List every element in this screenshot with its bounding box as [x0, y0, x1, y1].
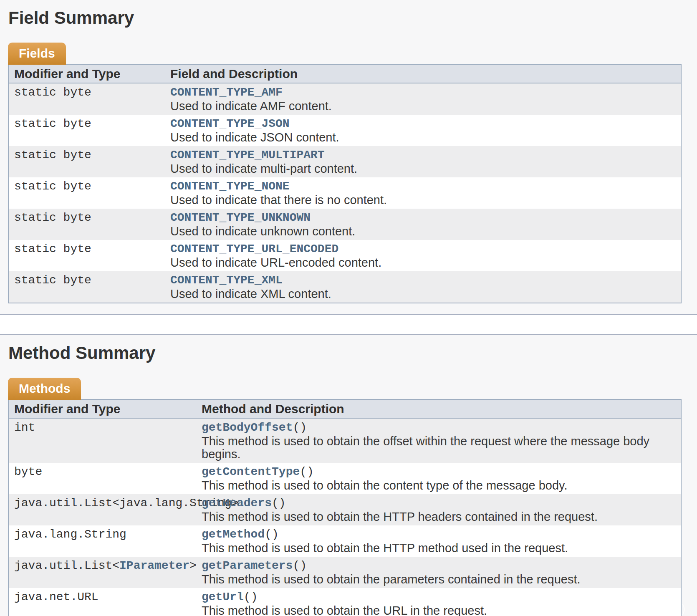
fields-tab: Fields [8, 43, 66, 65]
field-link-CONTENT_TYPE_URL_ENCODED[interactable]: CONTENT_TYPE_URL_ENCODED [170, 242, 338, 255]
modifier-and-type-cell: static byte [8, 177, 165, 209]
table-row: static byteCONTENT_TYPE_URL_ENCODEDUsed … [8, 240, 681, 271]
field-summary-title: Field Summary [8, 8, 682, 28]
table-row: java.util.List<java.lang.String>getHeade… [8, 494, 681, 525]
field-description: Used to indicate that there is no conten… [170, 194, 675, 207]
column-header-modifier-and-type: Modifier and Type [8, 64, 165, 83]
method-and-description-cell: getMethod()This method is used to obtain… [196, 525, 681, 557]
table-row: static byteCONTENT_TYPE_UNKNOWNUsed to i… [8, 209, 681, 240]
method-link-getUrl[interactable]: getUrl [202, 591, 244, 603]
method-signature: getUrl() [202, 591, 675, 603]
modifier-type-code: static byte [14, 180, 91, 193]
iparameter-type-link[interactable]: IParameter [119, 559, 189, 572]
method-link-getContentType[interactable]: getContentType [202, 465, 300, 478]
method-and-description-cell: getParameters()This method is used to ob… [196, 557, 681, 588]
method-description: This method is used to obtain the parame… [202, 573, 675, 586]
methods-tab-label: Methods [19, 381, 70, 395]
method-description: This method is used to obtain the HTTP h… [202, 510, 675, 523]
method-signature: getContentType() [202, 465, 675, 478]
modifier-and-type-cell: static byte [8, 240, 165, 271]
method-and-description-cell: getHeaders()This method is used to obtai… [196, 494, 681, 525]
section-divider [0, 314, 697, 335]
modifier-and-type-cell: java.util.List<IParameter> [8, 557, 196, 588]
field-and-description-cell: CONTENT_TYPE_XMLUsed to indicate XML con… [165, 271, 681, 303]
method-and-description-cell: getContentType()This method is used to o… [196, 463, 681, 494]
field-and-description-cell: CONTENT_TYPE_JSONUsed to indicate JSON c… [165, 115, 681, 146]
table-row: java.lang.StringgetMethod()This method i… [8, 525, 681, 557]
field-description: Used to indicate unknown content. [170, 225, 675, 238]
table-row: static byteCONTENT_TYPE_JSONUsed to indi… [8, 115, 681, 146]
column-header-field-and-description: Field and Description [165, 64, 681, 83]
method-link-getParameters[interactable]: getParameters [202, 559, 293, 572]
field-signature: CONTENT_TYPE_NONE [170, 180, 675, 193]
method-link-getBodyOffset[interactable]: getBodyOffset [202, 421, 293, 434]
table-row: static byteCONTENT_TYPE_NONEUsed to indi… [8, 177, 681, 209]
modifier-type-code: static byte [14, 86, 91, 99]
field-description: Used to indicate JSON content. [170, 131, 675, 144]
field-link-CONTENT_TYPE_NONE[interactable]: CONTENT_TYPE_NONE [170, 180, 290, 193]
modifier-type-code: static byte [14, 117, 91, 130]
method-description: This method is used to obtain the conten… [202, 479, 675, 492]
field-and-description-cell: CONTENT_TYPE_URL_ENCODEDUsed to indicate… [165, 240, 681, 271]
modifier-type-code: static byte [14, 149, 91, 162]
modifier-and-type-cell: int [8, 418, 196, 463]
field-signature: CONTENT_TYPE_JSON [170, 117, 675, 130]
modifier-type-code: java.net.URL [14, 591, 98, 603]
field-link-CONTENT_TYPE_XML[interactable]: CONTENT_TYPE_XML [170, 274, 283, 287]
modifier-and-type-cell: static byte [8, 83, 165, 115]
method-signature: getMethod() [202, 528, 675, 541]
method-summary-table: Modifier and Type Method and Description… [8, 399, 682, 616]
field-link-CONTENT_TYPE_UNKNOWN[interactable]: CONTENT_TYPE_UNKNOWN [170, 211, 311, 224]
fields-tab-label: Fields [19, 46, 55, 60]
field-description: Used to indicate multi-part content. [170, 162, 675, 175]
table-row: java.net.URLgetUrl()This method is used … [8, 588, 681, 616]
table-row: intgetBodyOffset()This method is used to… [8, 418, 681, 463]
method-description: This method is used to obtain the offset… [202, 435, 675, 461]
field-signature: CONTENT_TYPE_URL_ENCODED [170, 242, 675, 255]
table-row: static byteCONTENT_TYPE_AMFUsed to indic… [8, 83, 681, 115]
method-summary-section: Method Summary Methods Modifier and Type… [0, 335, 697, 616]
modifier-and-type-cell: static byte [8, 115, 165, 146]
column-header-modifier-and-type: Modifier and Type [8, 399, 196, 418]
modifier-and-type-cell: static byte [8, 146, 165, 177]
modifier-type-code: java.util.List<IParameter> [14, 559, 197, 572]
modifier-type-code: static byte [14, 274, 91, 287]
modifier-type-code: static byte [14, 211, 91, 224]
field-description: Used to indicate URL-encoded content. [170, 256, 675, 269]
modifier-type-code: static byte [14, 242, 91, 255]
field-and-description-cell: CONTENT_TYPE_AMFUsed to indicate AMF con… [165, 83, 681, 115]
table-row: static byteCONTENT_TYPE_MULTIPARTUsed to… [8, 146, 681, 177]
modifier-and-type-cell: java.util.List<java.lang.String> [8, 494, 196, 525]
field-and-description-cell: CONTENT_TYPE_NONEUsed to indicate that t… [165, 177, 681, 209]
table-header-row: Modifier and Type Method and Description [8, 399, 681, 418]
method-link-getHeaders[interactable]: getHeaders [202, 497, 272, 510]
method-link-getMethod[interactable]: getMethod [202, 528, 265, 541]
field-link-CONTENT_TYPE_MULTIPART[interactable]: CONTENT_TYPE_MULTIPART [170, 149, 325, 162]
modifier-type-code: java.lang.String [14, 528, 126, 541]
method-description: This method is used to obtain the URL in… [202, 604, 675, 616]
table-row: java.util.List<IParameter>getParameters(… [8, 557, 681, 588]
method-summary-title: Method Summary [8, 343, 682, 363]
method-signature: getHeaders() [202, 497, 675, 510]
column-header-method-and-description: Method and Description [196, 399, 681, 418]
field-description: Used to indicate XML content. [170, 288, 675, 300]
modifier-and-type-cell: byte [8, 463, 196, 494]
field-description: Used to indicate AMF content. [170, 100, 675, 113]
methods-tab: Methods [8, 378, 81, 400]
field-and-description-cell: CONTENT_TYPE_UNKNOWNUsed to indicate unk… [165, 209, 681, 240]
field-and-description-cell: CONTENT_TYPE_MULTIPARTUsed to indicate m… [165, 146, 681, 177]
table-header-row: Modifier and Type Field and Description [8, 64, 681, 83]
method-description: This method is used to obtain the HTTP m… [202, 542, 675, 555]
modifier-and-type-cell: java.lang.String [8, 525, 196, 557]
field-link-CONTENT_TYPE_AMF[interactable]: CONTENT_TYPE_AMF [170, 86, 283, 99]
modifier-and-type-cell: static byte [8, 209, 165, 240]
table-row: static byteCONTENT_TYPE_XMLUsed to indic… [8, 271, 681, 303]
modifier-and-type-cell: static byte [8, 271, 165, 303]
field-link-CONTENT_TYPE_JSON[interactable]: CONTENT_TYPE_JSON [170, 117, 290, 130]
field-signature: CONTENT_TYPE_XML [170, 274, 675, 287]
field-summary-table: Modifier and Type Field and Description … [8, 64, 682, 303]
method-and-description-cell: getBodyOffset()This method is used to ob… [196, 418, 681, 463]
field-summary-section: Field Summary Fields Modifier and Type F… [0, 0, 697, 314]
method-and-description-cell: getUrl()This method is used to obtain th… [196, 588, 681, 616]
method-signature: getParameters() [202, 559, 675, 572]
